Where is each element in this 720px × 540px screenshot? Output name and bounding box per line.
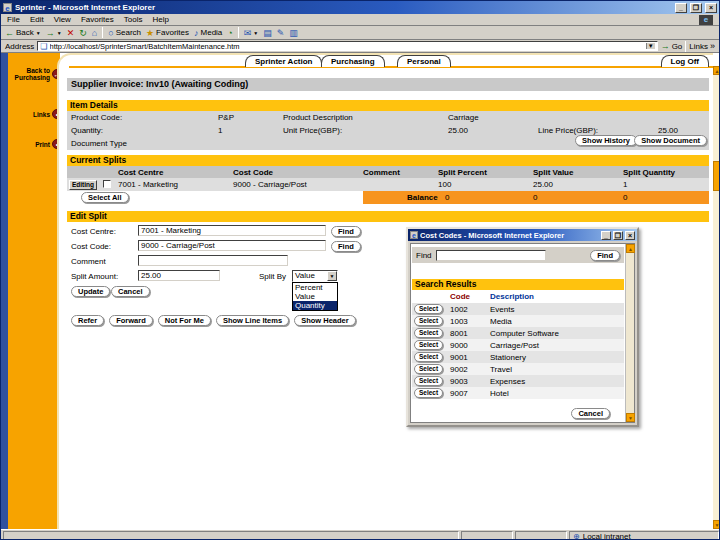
row-split-percent: 100: [438, 180, 451, 189]
select-button[interactable]: Select: [414, 340, 443, 350]
popup-close-button[interactable]: ×: [625, 231, 635, 240]
address-url[interactable]: http://localhost/SprinterSmart/BatchItem…: [50, 42, 644, 51]
cost-code-label: Cost Code:: [71, 242, 111, 251]
back-dropdown-icon[interactable]: ▼: [36, 28, 41, 38]
history-button[interactable]: ◔: [227, 28, 232, 38]
edit-icon: ✎: [277, 28, 285, 38]
row-description: Carriage/Post: [490, 341, 539, 350]
select-button[interactable]: Select: [414, 304, 443, 314]
cost-centre-find-button[interactable]: Find: [331, 226, 361, 237]
editing-button[interactable]: Editing: [69, 180, 97, 190]
stop-button[interactable]: ✕: [67, 28, 75, 38]
popup-scroll-down-icon[interactable]: ▼: [626, 413, 635, 422]
update-button[interactable]: Update: [71, 286, 110, 297]
maximize-button[interactable]: ❐: [690, 3, 702, 13]
forward-icon: →: [46, 28, 55, 38]
search-button[interactable]: ○ Search: [108, 28, 141, 38]
tab-sprinter-action[interactable]: Sprinter Action: [245, 55, 322, 67]
select-button[interactable]: Select: [414, 352, 443, 362]
forward-button[interactable]: → ▼: [46, 28, 62, 38]
popup-scroll-up-icon[interactable]: ▲: [626, 244, 635, 253]
mail-button[interactable]: ✉▼: [244, 28, 259, 38]
cancel-button[interactable]: Cancel: [111, 286, 150, 297]
cost-code-find-button[interactable]: Find: [331, 241, 361, 252]
go-button[interactable]: → Go: [661, 41, 683, 51]
select-button[interactable]: Select: [414, 316, 443, 326]
menu-view[interactable]: View: [54, 15, 71, 24]
select-all-button[interactable]: Select All: [81, 192, 129, 203]
show-line-items-button[interactable]: Show Line Items: [216, 315, 289, 326]
select-button[interactable]: Select: [414, 376, 443, 386]
minimize-button[interactable]: _: [675, 3, 687, 13]
current-splits-heading: Current Splits: [67, 155, 709, 166]
comment-input[interactable]: [138, 255, 288, 266]
page-icon: ❏: [40, 42, 47, 51]
media-button[interactable]: ♪ Media: [194, 28, 222, 38]
popup-minimize-button[interactable]: _: [601, 231, 611, 240]
select-button[interactable]: Select: [414, 328, 443, 338]
scroll-up-icon[interactable]: ▲: [713, 66, 720, 75]
refer-button[interactable]: Refer: [71, 315, 104, 326]
option-value[interactable]: Value: [293, 292, 337, 301]
popup-cancel-button[interactable]: Cancel: [571, 408, 610, 419]
menu-tools[interactable]: Tools: [124, 15, 143, 24]
address-input[interactable]: ❏ http://localhost/SprinterSmart/BatchIt…: [37, 41, 657, 51]
cost-centre-input[interactable]: [138, 225, 326, 236]
show-header-button[interactable]: Show Header: [294, 315, 356, 326]
popup-search-input[interactable]: [436, 250, 546, 261]
zone-label: Local intranet: [583, 532, 631, 540]
option-percent[interactable]: Percent: [293, 283, 337, 292]
col-split-quantity: Split Quantity: [623, 168, 675, 177]
tab-purchasing[interactable]: Purchasing: [321, 55, 385, 67]
split-amount-input[interactable]: [138, 270, 220, 281]
status-bar: ⊕ Local intranet: [1, 529, 720, 540]
home-button[interactable]: ⌂: [92, 28, 97, 38]
row-checkbox[interactable]: [103, 180, 111, 188]
sidebar-item-links[interactable]: Links •: [8, 109, 64, 119]
globe-icon: ⊕: [573, 532, 580, 540]
menu-help[interactable]: Help: [152, 15, 168, 24]
select-button[interactable]: Select: [414, 388, 443, 398]
cost-code-input[interactable]: [138, 240, 326, 251]
tab-log-off[interactable]: Log Off: [661, 55, 709, 67]
refresh-button[interactable]: ↻: [79, 28, 87, 38]
status-message-pane: [3, 531, 459, 540]
row-description: Expenses: [490, 377, 525, 386]
close-button[interactable]: ×: [705, 3, 717, 13]
mail-dropdown-icon[interactable]: ▼: [253, 28, 258, 38]
option-quantity[interactable]: Quantity: [293, 301, 337, 310]
menu-edit[interactable]: Edit: [30, 15, 44, 24]
popup-find-row: Find Find: [412, 247, 624, 263]
not-for-me-button[interactable]: Not For Me: [158, 315, 211, 326]
sidebar-item-print[interactable]: Print •: [8, 139, 64, 149]
select-button[interactable]: Select: [414, 364, 443, 374]
show-history-button[interactable]: Show History: [575, 135, 637, 146]
splits-table-row: Editing 7001 - Marketing 9000 - Carriage…: [67, 178, 709, 191]
scroll-down-icon[interactable]: ▼: [713, 520, 720, 529]
page-scrollbar[interactable]: ▲ ▼: [713, 66, 720, 529]
quantity-label: Quantity:: [71, 126, 103, 135]
split-by-label: Split By: [259, 272, 286, 281]
media-label: Media: [201, 28, 223, 37]
popup-find-button[interactable]: Find: [590, 250, 620, 261]
address-dropdown-icon[interactable]: ▼: [646, 43, 655, 49]
discuss-button[interactable]: ▥: [289, 28, 298, 38]
back-button[interactable]: ← Back ▼: [5, 28, 41, 38]
forward-action-button[interactable]: Forward: [109, 315, 153, 326]
menu-favorites[interactable]: Favorites: [81, 15, 114, 24]
show-document-button[interactable]: Show Document: [634, 135, 707, 146]
forward-dropdown-icon[interactable]: ▼: [57, 28, 62, 38]
split-by-select[interactable]: Value ▼: [292, 270, 338, 282]
favorites-button[interactable]: ★ Favorites: [146, 28, 189, 38]
popup-restore-button[interactable]: ❐: [613, 231, 623, 240]
result-row: Select 1003 Media: [412, 315, 624, 327]
edit-page-button[interactable]: ✎: [277, 28, 285, 38]
popup-scrollbar[interactable]: ▲ ▼: [625, 244, 634, 422]
sidebar-item-back-to-purchasing[interactable]: Back to Purchasing ←: [8, 67, 64, 81]
scroll-thumb[interactable]: [713, 161, 720, 191]
print-button[interactable]: ▤: [263, 28, 272, 38]
menu-file[interactable]: File: [7, 15, 20, 24]
select-arrow-icon[interactable]: ▼: [327, 271, 337, 281]
links-button[interactable]: Links »: [689, 41, 715, 51]
tab-personal[interactable]: Personal: [397, 55, 451, 67]
